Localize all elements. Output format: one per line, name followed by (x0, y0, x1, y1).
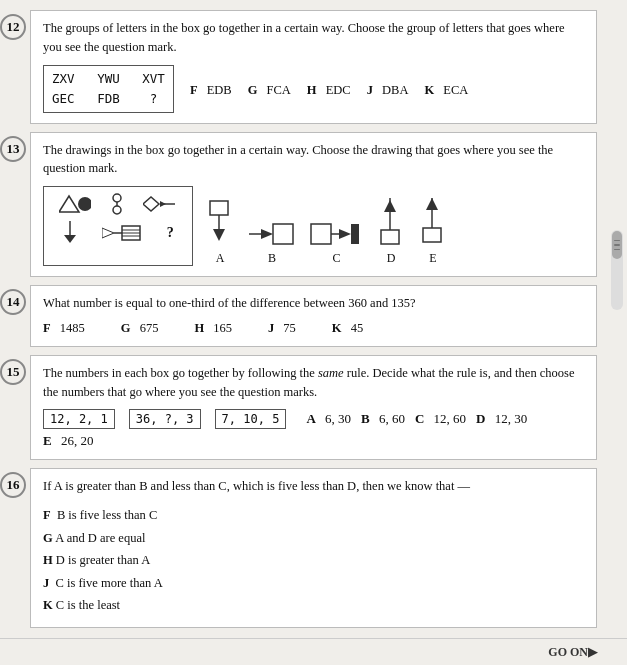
q12-f-val: EDB (207, 83, 232, 98)
q13-shape-tri-circle (59, 194, 91, 214)
q13-a-label: A (216, 251, 225, 266)
q14-f-letter: F (43, 321, 51, 336)
q13-c-shape (309, 219, 364, 249)
q13-e-label: E (429, 251, 436, 266)
svg-point-1 (78, 197, 91, 211)
q16-choices: F B is five less than C G A and D are eq… (43, 504, 584, 617)
svg-rect-16 (210, 201, 228, 215)
svg-marker-24 (339, 229, 351, 239)
svg-marker-27 (384, 200, 396, 212)
svg-rect-25 (351, 224, 359, 244)
q16-j: J C is five more than A (43, 572, 584, 595)
svg-marker-31 (426, 198, 438, 210)
q13-options: A B (205, 194, 448, 266)
q13-d-shape (376, 194, 406, 249)
q15-box-2: 36, ?, 3 (129, 409, 201, 429)
q16-g: G A and D are equal (43, 527, 584, 550)
svg-marker-20 (261, 229, 273, 239)
q13-option-e: E (418, 194, 448, 266)
q14-choices: F 1485 G 675 H 165 J 75 K 45 (43, 321, 584, 336)
q12-k-val: ECA (443, 83, 468, 98)
q15-c-letter: C (415, 411, 424, 427)
q13-b-label: B (268, 251, 276, 266)
q14-f-val: 1485 (60, 321, 85, 336)
q14-j-letter: J (268, 321, 274, 336)
svg-marker-0 (59, 196, 79, 212)
q15-c-val: 12, 60 (434, 411, 467, 427)
q12-k-letter: K (424, 83, 434, 98)
svg-marker-10 (102, 228, 114, 238)
question-number-14: 14 (0, 289, 26, 315)
q13-option-b: B (247, 219, 297, 266)
q13-shape-circles (108, 193, 126, 215)
q15-e-val: 26, 20 (61, 433, 94, 449)
q12-letter-box: ZXV YWU XVTGEC FDB ? (43, 65, 174, 113)
q14-g-val: 675 (140, 321, 159, 336)
q12-h-letter: H (307, 83, 317, 98)
svg-point-3 (113, 206, 121, 214)
question-number-15: 15 (0, 359, 26, 385)
q15-a-letter: A (306, 411, 315, 427)
q14-h-letter: H (194, 321, 204, 336)
q13-question-mark: ? (167, 225, 174, 241)
q12-choices: F EDB G FCA H EDC J DBA K ECA (190, 83, 468, 98)
q13-option-a: A (205, 199, 235, 266)
q15-text: The numbers in each box go together by f… (43, 364, 584, 402)
bottom-bar: GO ON▶ (0, 638, 627, 666)
q15-box-1: 12, 2, 1 (43, 409, 115, 429)
q14-k-val: 45 (351, 321, 364, 336)
q12-f-letter: F (190, 83, 198, 98)
svg-marker-18 (213, 229, 225, 241)
q14-g-letter: G (121, 321, 131, 336)
question-number-12: 12 (0, 14, 26, 40)
q12-j-val: DBA (382, 83, 408, 98)
q15-d-letter: D (476, 411, 485, 427)
svg-rect-33 (423, 228, 441, 242)
svg-rect-21 (273, 224, 293, 244)
q13-option-d: D (376, 194, 406, 266)
svg-rect-22 (311, 224, 331, 244)
q14-k-letter: K (332, 321, 342, 336)
q14-j-val: 75 (283, 321, 296, 336)
question-number-16: 16 (0, 472, 26, 498)
q13-c-label: C (332, 251, 340, 266)
q13-option-c: C (309, 219, 364, 266)
go-on-label: GO ON▶ (548, 645, 597, 659)
svg-marker-5 (143, 197, 159, 211)
q13-a-shape (205, 199, 235, 249)
q13-shape-down-arrow (62, 221, 78, 245)
q13-b-shape (247, 219, 297, 249)
q13-d-label: D (387, 251, 396, 266)
q13-drawing-box: ? (43, 186, 193, 266)
q15-e-letter: E (43, 433, 52, 449)
q12-g-letter: G (248, 83, 258, 98)
q13-shape-diamond-arrow (143, 194, 177, 214)
q16-k: K C is the least (43, 594, 584, 617)
q13-text: The drawings in the box go together in a… (43, 141, 584, 179)
svg-rect-28 (381, 230, 399, 244)
q14-text: What number is equal to one-third of the… (43, 294, 584, 313)
q15-b-letter: B (361, 411, 370, 427)
q16-f: F B is five less than C (43, 504, 584, 527)
q12-g-val: FCA (267, 83, 291, 98)
q13-shape-left-arrow-rect (102, 223, 142, 243)
q15-b-val: 6, 60 (379, 411, 405, 427)
q16-h: H D is greater than A (43, 549, 584, 572)
q15-box-3: 7, 10, 5 (215, 409, 287, 429)
q16-text: If A is greater than B and less than C, … (43, 477, 584, 496)
svg-point-2 (113, 194, 121, 202)
q14-h-val: 165 (213, 321, 232, 336)
svg-marker-9 (64, 235, 76, 243)
q12-j-letter: J (367, 83, 373, 98)
q15-a-val: 6, 30 (325, 411, 351, 427)
svg-marker-7 (160, 201, 166, 207)
question-number-13: 13 (0, 136, 26, 162)
q13-e-shape (418, 194, 448, 249)
q12-text: The groups of letters in the box go toge… (43, 19, 584, 57)
q15-d-val: 12, 30 (495, 411, 528, 427)
q12-h-val: EDC (326, 83, 351, 98)
